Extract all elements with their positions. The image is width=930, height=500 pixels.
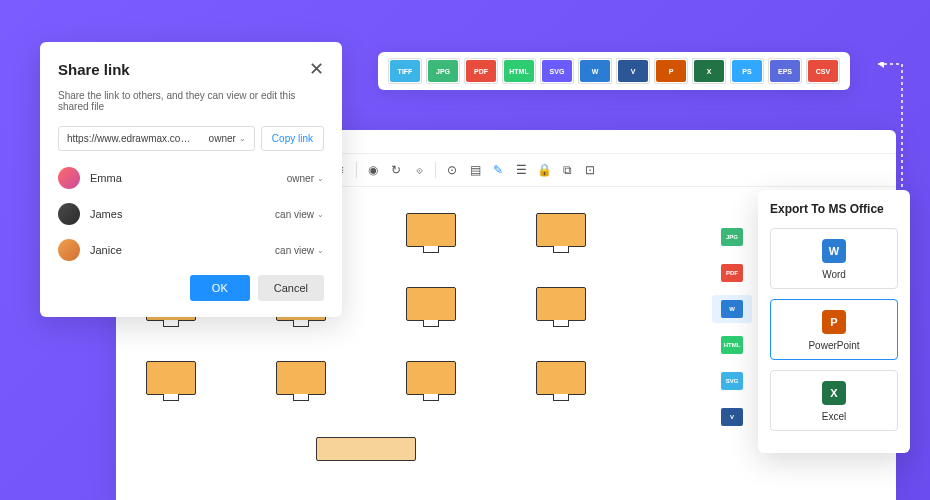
avatar <box>58 167 80 189</box>
chevron-down-icon: ⌄ <box>239 134 246 143</box>
monitor-shape[interactable] <box>536 287 586 321</box>
side-format-list: JPG PDF W HTML SVG V <box>712 222 752 432</box>
share-url-input[interactable]: https://www.edrawmax.com/online/fil owne… <box>58 126 255 151</box>
crop-icon[interactable]: ⟐ <box>409 160 429 180</box>
export-panel: Export To MS Office W Word P PowerPoint … <box>758 190 910 453</box>
side-format-svg[interactable]: SVG <box>721 372 743 390</box>
export-label: PowerPoint <box>808 340 859 351</box>
export-label: Excel <box>822 411 846 422</box>
side-format-html[interactable]: HTML <box>721 336 743 354</box>
excel-icon: X <box>822 381 846 405</box>
copy-link-button[interactable]: Copy link <box>261 126 324 151</box>
rotate-icon[interactable]: ↻ <box>386 160 406 180</box>
format-tiff[interactable]: TIFF <box>390 60 420 82</box>
export-label: Word <box>822 269 846 280</box>
copy-icon[interactable]: ⧉ <box>557 160 577 180</box>
format-visio[interactable]: V <box>618 60 648 82</box>
fill-icon[interactable]: ◉ <box>363 160 383 180</box>
avatar <box>58 203 80 225</box>
format-svg[interactable]: SVG <box>542 60 572 82</box>
monitor-shape[interactable] <box>536 213 586 247</box>
format-ps[interactable]: PS <box>732 60 762 82</box>
format-bar: TIFF JPG PDF HTML SVG W V P X PS EPS CSV <box>378 52 850 90</box>
format-pdf[interactable]: PDF <box>466 60 496 82</box>
share-title: Share link <box>58 61 130 78</box>
user-name: James <box>90 208 122 220</box>
image-icon[interactable]: ▤ <box>465 160 485 180</box>
avatar <box>58 239 80 261</box>
export-excel[interactable]: X Excel <box>770 370 898 431</box>
user-name: Emma <box>90 172 122 184</box>
chevron-down-icon: ⌄ <box>317 174 324 183</box>
perm-select[interactable]: can view⌄ <box>275 209 324 220</box>
export-word[interactable]: W Word <box>770 228 898 289</box>
pen-icon[interactable]: ✎ <box>488 160 508 180</box>
ok-button[interactable]: OK <box>190 275 250 301</box>
user-row: Janice can view⌄ <box>58 239 324 261</box>
format-html[interactable]: HTML <box>504 60 534 82</box>
side-format-jpg[interactable]: JPG <box>721 228 743 246</box>
user-row: Emma owner⌄ <box>58 167 324 189</box>
desk-shape[interactable] <box>316 437 416 461</box>
format-powerpoint[interactable]: P <box>656 60 686 82</box>
word-icon: W <box>822 239 846 263</box>
cancel-button[interactable]: Cancel <box>258 275 324 301</box>
perm-select[interactable]: can view⌄ <box>275 245 324 256</box>
export-powerpoint[interactable]: P PowerPoint <box>770 299 898 360</box>
monitor-shape[interactable] <box>536 361 586 395</box>
monitor-shape[interactable] <box>406 361 456 395</box>
side-format-visio[interactable]: V <box>721 408 743 426</box>
user-row: James can view⌄ <box>58 203 324 225</box>
share-url-text: https://www.edrawmax.com/online/fil <box>67 133 197 144</box>
more-icon[interactable]: ⊡ <box>580 160 600 180</box>
side-format-word[interactable]: W <box>721 300 743 318</box>
side-format-pdf[interactable]: PDF <box>721 264 743 282</box>
monitor-shape[interactable] <box>406 287 456 321</box>
format-eps[interactable]: EPS <box>770 60 800 82</box>
user-name: Janice <box>90 244 122 256</box>
format-jpg[interactable]: JPG <box>428 60 458 82</box>
search-icon[interactable]: ⊙ <box>442 160 462 180</box>
monitor-shape[interactable] <box>406 213 456 247</box>
format-word[interactable]: W <box>580 60 610 82</box>
export-title: Export To MS Office <box>770 202 898 216</box>
url-perm-select[interactable]: owner⌄ <box>209 133 246 144</box>
share-subtitle: Share the link to others, and they can v… <box>58 90 324 112</box>
monitor-shape[interactable] <box>146 361 196 395</box>
line-style-icon[interactable]: ☰ <box>511 160 531 180</box>
chevron-down-icon: ⌄ <box>317 210 324 219</box>
perm-select[interactable]: owner⌄ <box>287 173 324 184</box>
close-icon[interactable]: ✕ <box>309 60 324 78</box>
share-dialog: Share link ✕ Share the link to others, a… <box>40 42 342 317</box>
monitor-shape[interactable] <box>276 361 326 395</box>
lock-icon[interactable]: 🔒 <box>534 160 554 180</box>
chevron-down-icon: ⌄ <box>317 246 324 255</box>
powerpoint-icon: P <box>822 310 846 334</box>
format-excel[interactable]: X <box>694 60 724 82</box>
format-csv[interactable]: CSV <box>808 60 838 82</box>
